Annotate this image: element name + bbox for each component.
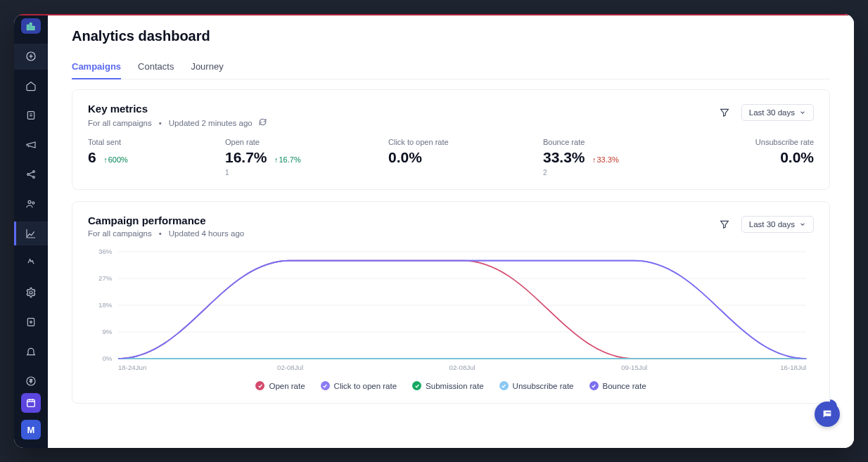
filter-button[interactable] [715, 103, 734, 122]
svg-point-11 [33, 177, 35, 179]
metric-value: 0.0% [780, 149, 814, 166]
filter-button[interactable] [715, 214, 734, 234]
legend-item[interactable]: Bounce rate [589, 381, 646, 390]
sidebar-item-templates[interactable] [14, 310, 48, 334]
key-metrics-updated: Updated 2 minutes ago [169, 119, 253, 127]
legend-label: Bounce rate [603, 382, 646, 390]
svg-text:02-08Jul: 02-08Jul [449, 364, 476, 371]
sidebar-item-settings[interactable] [14, 281, 48, 304]
metric-bounce-rate: Bounce rate 33.3% ↑33.3% 2 [543, 138, 705, 177]
metric-delta: ↑600% [103, 155, 128, 164]
sidebar-item-campaigns[interactable] [14, 133, 48, 157]
metric-value: 6 [88, 149, 96, 166]
performance-updated: Updated 4 hours ago [169, 229, 244, 238]
legend-label: Unsubscribe rate [513, 382, 574, 390]
legend-item[interactable]: Submission rate [412, 381, 483, 390]
svg-point-15 [32, 202, 34, 204]
date-range-label: Last 30 days [749, 220, 795, 229]
tab-journey[interactable]: Journey [191, 56, 223, 79]
sidebar-item-automation[interactable] [14, 251, 48, 275]
svg-point-16 [30, 291, 32, 294]
metric-click-to-open: Click to open rate 0.0% [388, 138, 543, 177]
legend-label: Open rate [269, 382, 305, 390]
sidebar-item-share[interactable] [14, 162, 48, 186]
svg-line-13 [29, 175, 32, 177]
metric-label: Bounce rate [543, 138, 705, 146]
metric-delta: ↑33.3% [592, 155, 619, 164]
tab-contacts[interactable]: Contacts [138, 56, 174, 79]
svg-text:18%: 18% [98, 302, 112, 309]
metric-value: 33.3% [543, 149, 585, 166]
svg-point-18 [30, 321, 32, 323]
legend-dot-icon [321, 381, 330, 390]
date-range-select[interactable]: Last 30 days [741, 104, 814, 121]
sidebar-item-contacts[interactable] [14, 192, 48, 216]
svg-text:18-24Jun: 18-24Jun [118, 364, 146, 371]
page-title: Analytics dashboard [72, 28, 830, 44]
legend-item[interactable]: Unsubscribe rate [499, 381, 574, 390]
metric-value: 16.7% [225, 149, 267, 166]
date-range-label: Last 30 days [749, 108, 795, 117]
chevron-down-icon [799, 221, 806, 228]
metric-label: Click to open rate [388, 138, 543, 146]
date-range-select[interactable]: Last 30 days [741, 216, 814, 233]
svg-text:9%: 9% [102, 328, 112, 335]
legend-dot-icon [589, 381, 599, 390]
sidebar-item-analytics[interactable] [14, 222, 48, 245]
svg-text:16-18Jul: 16-18Jul [780, 364, 806, 371]
calendar-button[interactable] [21, 393, 41, 413]
key-metrics-scope: For all campaigns [88, 119, 152, 127]
metric-open-rate: Open rate 16.7% ↑16.7% 1 [225, 138, 388, 177]
metric-label: Open rate [225, 138, 388, 146]
svg-rect-17 [27, 319, 34, 326]
sidebar-item-forms[interactable] [14, 103, 48, 127]
tab-campaigns[interactable]: Campaigns [72, 56, 121, 79]
legend-label: Click to open rate [334, 382, 397, 390]
svg-text:09-15Jul: 09-15Jul [621, 364, 647, 371]
sidebar: M [14, 14, 48, 448]
svg-rect-20 [27, 399, 35, 406]
legend-item[interactable]: Open rate [255, 381, 305, 390]
svg-rect-6 [27, 112, 34, 120]
performance-card: Campaign performance For all campaigns U… [72, 201, 830, 404]
svg-text:27%: 27% [98, 275, 112, 282]
legend-item[interactable]: Click to open rate [321, 381, 397, 390]
svg-text:0%: 0% [102, 355, 112, 362]
tabs: Campaigns Contacts Journey [72, 56, 830, 79]
metric-small: 1 [225, 169, 388, 177]
refresh-icon[interactable] [258, 117, 267, 128]
metric-label: Unsubscribe rate [705, 138, 814, 146]
key-metrics-card: Key metrics For all campaigns Updated 2 … [72, 89, 830, 190]
svg-point-10 [33, 171, 35, 173]
metric-label: Total sent [88, 138, 225, 146]
metric-delta: ↑16.7% [274, 155, 301, 164]
user-avatar[interactable]: M [21, 420, 41, 439]
chevron-down-icon [799, 109, 806, 116]
sidebar-item-billing[interactable] [14, 369, 48, 393]
create-button[interactable] [14, 44, 48, 70]
performance-scope: For all campaigns [88, 229, 152, 238]
svg-line-12 [29, 172, 32, 174]
svg-text:36%: 36% [98, 248, 112, 255]
app-logo[interactable] [21, 18, 41, 34]
legend-dot-icon [499, 381, 509, 390]
metric-small: 2 [543, 169, 705, 177]
key-metrics-title: Key metrics [88, 103, 267, 115]
chat-fab[interactable] [815, 402, 840, 427]
legend-label: Submission rate [426, 382, 483, 390]
metric-value: 0.0% [388, 149, 422, 166]
svg-rect-39 [826, 412, 831, 413]
svg-text:02-08Jul: 02-08Jul [277, 364, 303, 371]
svg-point-9 [27, 174, 30, 176]
svg-point-14 [28, 200, 31, 203]
legend-dot-icon [412, 381, 421, 390]
svg-rect-0 [27, 25, 29, 30]
main-content: Analytics dashboard Campaigns Contacts J… [48, 14, 854, 448]
separator-dot [158, 119, 163, 127]
sidebar-item-home[interactable] [14, 74, 48, 98]
sidebar-item-notifications[interactable] [14, 340, 48, 364]
metric-total-sent: Total sent 6 ↑600% [88, 138, 225, 177]
metric-unsubscribe-rate: Unsubscribe rate 0.0% [705, 138, 814, 177]
performance-title: Campaign performance [88, 214, 244, 226]
legend-dot-icon [255, 381, 264, 390]
